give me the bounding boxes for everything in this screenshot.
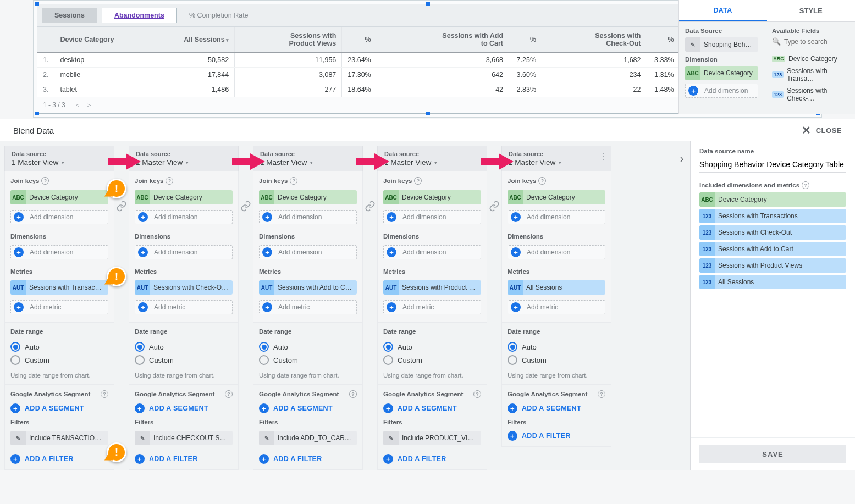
- metric-chip[interactable]: AUT Sessions with Transac…: [10, 280, 108, 295]
- tab-data[interactable]: DATA: [679, 0, 767, 21]
- metric-chip[interactable]: AUT Sessions with Product …: [383, 280, 481, 295]
- help-icon[interactable]: ?: [598, 390, 605, 398]
- available-field[interactable]: ABCDevice Category: [772, 53, 848, 65]
- col-product-views[interactable]: Sessions with Product Views: [235, 27, 342, 52]
- data-source-picker[interactable]: 1 Master View: [260, 157, 356, 167]
- add-join-dimension[interactable]: + Add dimension: [508, 210, 605, 224]
- data-source-picker[interactable]: 1 Master View: [384, 157, 480, 167]
- add-dimension[interactable]: + Add dimension: [10, 245, 108, 259]
- add-join-dimension[interactable]: + Add dimension: [259, 210, 357, 224]
- tab-completion-rate[interactable]: % Completion Rate: [189, 12, 249, 19]
- filter-chip[interactable]: ✎ Include PRODUCT_VIE…: [383, 431, 481, 445]
- dimension-chip[interactable]: ABC Device Category: [685, 66, 758, 80]
- pager-prev-icon[interactable]: ＜: [73, 101, 82, 110]
- metric-chip[interactable]: AUT All Sessions: [508, 280, 605, 295]
- available-field[interactable]: 123Sessions with Check-…: [772, 85, 848, 104]
- tab-abandonments[interactable]: Abandonments: [102, 8, 177, 23]
- col-checkout[interactable]: Sessions with Check-Out: [542, 27, 647, 52]
- date-range-custom[interactable]: Custom: [259, 353, 357, 367]
- date-range-auto[interactable]: Auto: [10, 340, 108, 353]
- add-join-dimension[interactable]: + Add dimension: [10, 210, 108, 224]
- included-field-chip[interactable]: 123Sessions with Product Views: [699, 258, 846, 273]
- dimensions-label: Dimensions: [383, 233, 481, 240]
- help-icon[interactable]: ?: [414, 177, 422, 185]
- date-range-custom[interactable]: Custom: [383, 353, 481, 367]
- date-range-custom[interactable]: Custom: [508, 353, 605, 367]
- lane-menu-icon[interactable]: ⋮: [599, 151, 607, 162]
- data-source-picker[interactable]: 1 Master View: [12, 157, 107, 167]
- tab-sessions[interactable]: Sessions: [42, 8, 97, 23]
- date-range-auto[interactable]: Auto: [383, 340, 481, 353]
- metric-chip[interactable]: AUT Sessions with Check-O…: [135, 280, 233, 295]
- add-dimension[interactable]: + Add dimension: [508, 245, 605, 259]
- help-icon[interactable]: ?: [473, 390, 481, 398]
- help-icon[interactable]: ?: [802, 181, 809, 189]
- add-segment-button[interactable]: + ADD A SEGMENT: [383, 403, 481, 413]
- included-field-chip[interactable]: ABCDevice Category: [699, 192, 846, 207]
- ds-name-input[interactable]: [699, 158, 846, 173]
- included-field-chip[interactable]: 123Sessions with Transactions: [699, 209, 846, 223]
- date-range-auto[interactable]: Auto: [259, 340, 357, 353]
- included-field-chip[interactable]: 123Sessions with Add to Cart: [699, 242, 846, 256]
- lanes-next-icon[interactable]: ›: [680, 152, 684, 165]
- add-segment-button[interactable]: + ADD A SEGMENT: [508, 403, 605, 413]
- add-segment-button[interactable]: + ADD A SEGMENT: [135, 403, 233, 413]
- help-icon[interactable]: ?: [101, 390, 108, 398]
- data-source-picker[interactable]: 1 Master View: [136, 157, 231, 167]
- date-range-custom[interactable]: Custom: [10, 353, 108, 367]
- add-metric[interactable]: + Add metric: [508, 300, 605, 314]
- metric-chip[interactable]: AUT Sessions with Add to C…: [259, 280, 357, 295]
- add-dimension[interactable]: + Add dimension: [259, 245, 357, 259]
- filter-chip[interactable]: ✎ Include TRANSACTION…: [10, 431, 108, 445]
- join-key-chip[interactable]: ABC Device Category: [383, 190, 481, 204]
- filter-chip[interactable]: ✎ Include CHECKOUT Sh…: [135, 431, 233, 445]
- help-icon[interactable]: ?: [166, 177, 173, 185]
- blend-lane: ⋮ Data source 1 Master View Join keys? A…: [377, 146, 487, 470]
- add-join-dimension[interactable]: + Add dimension: [135, 210, 233, 224]
- filter-chip[interactable]: ✎ Include ADD_TO_CART…: [259, 431, 357, 445]
- data-source-picker[interactable]: 1 Master View: [509, 157, 604, 167]
- save-button[interactable]: SAVE: [699, 445, 846, 463]
- add-segment-button[interactable]: + ADD A SEGMENT: [10, 403, 108, 413]
- close-button[interactable]: ✕ CLOSE: [802, 125, 842, 136]
- help-icon[interactable]: ?: [538, 177, 546, 185]
- join-key-chip[interactable]: ABC Device Category: [259, 190, 357, 204]
- add-segment-button[interactable]: + ADD A SEGMENT: [259, 403, 357, 413]
- add-dimension[interactable]: + Add dimension: [135, 245, 233, 259]
- help-icon[interactable]: ?: [290, 177, 297, 185]
- add-dimension-button[interactable]: + Add dimension: [685, 84, 758, 98]
- included-field-chip[interactable]: 123Sessions with Check-Out: [699, 225, 846, 240]
- tab-style[interactable]: STYLE: [767, 0, 856, 21]
- col-all-sessions[interactable]: All Sessions: [131, 27, 235, 52]
- data-source-chip[interactable]: ✎ Shopping Behavior…: [685, 37, 758, 52]
- help-icon[interactable]: ?: [41, 177, 49, 185]
- add-metric[interactable]: + Add metric: [135, 300, 233, 314]
- col-device-category[interactable]: Device Category: [54, 27, 131, 52]
- add-filter-button[interactable]: + ADD A FILTER: [383, 454, 481, 464]
- field-search-input[interactable]: [784, 38, 848, 46]
- join-key-chip[interactable]: ABC Device Category: [135, 190, 233, 204]
- available-field[interactable]: 123Sessions with Transa…: [772, 65, 848, 85]
- add-join-dimension[interactable]: + Add dimension: [383, 210, 481, 224]
- add-filter-button[interactable]: + ADD A FILTER: [10, 454, 108, 464]
- col-atc-pct[interactable]: %: [509, 27, 542, 52]
- join-key-chip[interactable]: ABC Device Category: [10, 190, 108, 204]
- date-range-auto[interactable]: Auto: [508, 340, 605, 353]
- help-icon[interactable]: ?: [225, 390, 233, 398]
- pager-next-icon[interactable]: ＞: [84, 101, 94, 110]
- add-filter-button[interactable]: + ADD A FILTER: [259, 454, 357, 464]
- date-range-auto[interactable]: Auto: [135, 340, 233, 353]
- date-range-custom[interactable]: Custom: [135, 353, 233, 367]
- col-co-pct[interactable]: %: [647, 27, 680, 52]
- col-add-to-cart[interactable]: Sessions with Add to Cart: [377, 27, 509, 52]
- add-metric[interactable]: + Add metric: [259, 300, 357, 314]
- help-icon[interactable]: ?: [349, 390, 357, 398]
- add-metric[interactable]: + Add metric: [10, 300, 108, 314]
- col-pv-pct[interactable]: %: [342, 27, 377, 52]
- add-dimension[interactable]: + Add dimension: [383, 245, 481, 259]
- included-field-chip[interactable]: 123All Sessions: [699, 275, 846, 289]
- join-key-chip[interactable]: ABC Device Category: [508, 190, 605, 204]
- add-filter-button[interactable]: + ADD A FILTER: [135, 454, 233, 464]
- add-filter-button[interactable]: + ADD A FILTER: [508, 431, 605, 441]
- add-metric[interactable]: + Add metric: [383, 300, 481, 314]
